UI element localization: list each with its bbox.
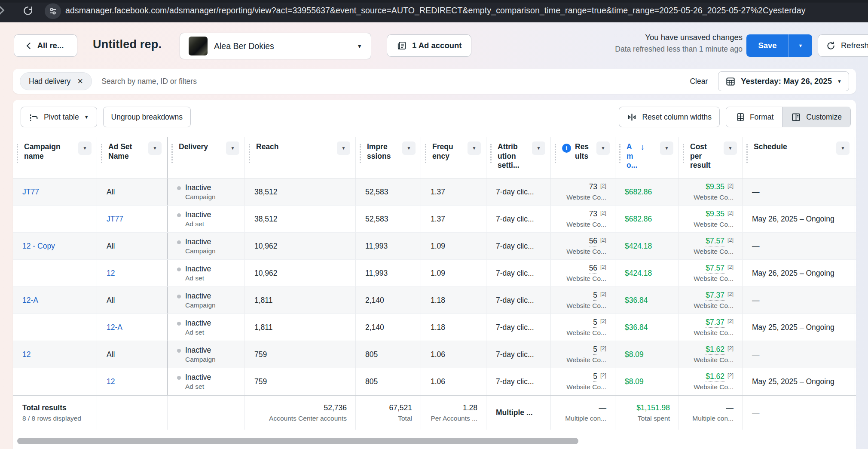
column-menu-button[interactable]: ▼ bbox=[337, 141, 350, 155]
column-header-schedule[interactable]: Schedule▼ bbox=[743, 137, 855, 178]
pivot-table-button[interactable]: Pivot table ▼ bbox=[21, 107, 97, 127]
clear-filters-button[interactable]: Clear bbox=[690, 77, 708, 86]
save-options-button[interactable]: ▼ bbox=[789, 34, 812, 57]
metric-value[interactable]: $1.62 bbox=[706, 372, 724, 382]
drag-handle-icon[interactable] bbox=[101, 144, 102, 163]
metric-subtitle: Website Co... bbox=[566, 329, 606, 337]
column-header-campaign[interactable]: Campaign name▼ bbox=[13, 137, 97, 178]
metric-value[interactable]: 73 bbox=[589, 209, 597, 219]
delivery-status-dot bbox=[177, 376, 181, 380]
metric-value[interactable]: 73 bbox=[589, 182, 597, 192]
metric-badge: [2] bbox=[727, 291, 734, 297]
drag-handle-icon[interactable] bbox=[425, 144, 426, 163]
campaign-name-link[interactable]: 12 - Copy bbox=[22, 242, 55, 251]
column-header-cost[interactable]: Cost per result▼ bbox=[679, 137, 743, 178]
column-header-ad-set[interactable]: Ad Set Name▼ bbox=[97, 137, 168, 178]
column-menu-button[interactable]: ▼ bbox=[468, 141, 481, 155]
campaign-name-link[interactable]: JT77 bbox=[22, 188, 39, 197]
drag-handle-icon[interactable] bbox=[555, 144, 556, 163]
column-menu-button[interactable]: ▼ bbox=[836, 141, 850, 155]
column-header-res[interactable]: iRes ults▼ bbox=[551, 137, 615, 178]
adset-name-link[interactable]: 12 bbox=[107, 377, 115, 386]
column-menu-button[interactable]: ▼ bbox=[532, 141, 545, 155]
info-icon[interactable]: i bbox=[562, 144, 571, 153]
metric-subtitle: Website Co... bbox=[694, 302, 734, 310]
drag-handle-icon[interactable] bbox=[619, 144, 620, 163]
metric-value[interactable]: $7.37 bbox=[706, 318, 724, 328]
delivery-status: Inactive bbox=[185, 319, 211, 328]
metric-value[interactable]: $7.57 bbox=[706, 264, 724, 274]
column-menu-button[interactable]: ▼ bbox=[596, 141, 610, 155]
adset-name-cell: JT77 bbox=[97, 206, 168, 232]
adset-name-link[interactable]: 12-A bbox=[107, 323, 122, 332]
campaign-name-link[interactable]: 12-A bbox=[22, 296, 38, 305]
drag-handle-icon[interactable] bbox=[746, 144, 748, 163]
delivery-status: Inactive bbox=[185, 183, 216, 192]
save-button[interactable]: Save bbox=[746, 34, 789, 57]
delivery-cell: InactiveCampaign bbox=[168, 341, 245, 368]
adset-name-cell: All bbox=[97, 341, 168, 368]
column-header-reach[interactable]: Reach▼ bbox=[245, 137, 356, 178]
metric-value[interactable]: 5 bbox=[593, 345, 597, 355]
metric-value[interactable]: 56 bbox=[589, 264, 597, 274]
metric-value[interactable]: 5 bbox=[593, 372, 597, 382]
address-bar[interactable]: adsmanager.facebook.com/adsmanager/repor… bbox=[65, 6, 806, 15]
campaign-name-link[interactable]: 12 bbox=[22, 350, 31, 359]
account-selector[interactable]: Alea Ber Dokies ▼ bbox=[180, 33, 371, 59]
format-button[interactable]: Format bbox=[726, 107, 782, 127]
metric-value[interactable]: $7.37 bbox=[706, 291, 724, 301]
date-range-button[interactable]: Yesterday: May 26, 2025 ▼ bbox=[718, 71, 849, 91]
customize-button[interactable]: Customize bbox=[782, 107, 850, 127]
reset-column-widths-button[interactable]: Reset column widths bbox=[619, 107, 719, 127]
total-attribution: Multiple ... bbox=[486, 396, 551, 430]
drag-handle-icon[interactable] bbox=[171, 144, 173, 163]
drag-handle-icon[interactable] bbox=[490, 144, 492, 163]
drag-handle-icon[interactable] bbox=[249, 144, 250, 163]
column-menu-button[interactable]: ▼ bbox=[724, 141, 737, 155]
ad-account-icon bbox=[397, 40, 407, 51]
adset-name-link[interactable]: JT77 bbox=[107, 215, 123, 224]
frequency-cell: 1.18 bbox=[421, 314, 486, 341]
column-menu-button[interactable]: ▼ bbox=[148, 141, 162, 155]
horizontal-scrollbar-track[interactable] bbox=[13, 438, 856, 445]
delivery-text: InactiveCampaign bbox=[185, 292, 216, 309]
metric-line: 5[2] bbox=[593, 345, 606, 355]
ungroup-breakdowns-button[interactable]: Ungroup breakdowns bbox=[103, 107, 191, 127]
horizontal-scrollbar-thumb[interactable] bbox=[17, 438, 578, 444]
drag-handle-icon[interactable] bbox=[683, 144, 684, 163]
column-header-a[interactable]: A m o...↓▼ bbox=[615, 137, 679, 178]
column-header-delivery[interactable]: Delivery▼ bbox=[168, 137, 245, 178]
metric-value[interactable]: $1.62 bbox=[706, 345, 724, 355]
column-header-impre[interactable]: Impre ssions▼ bbox=[356, 137, 421, 178]
drag-handle-icon[interactable] bbox=[360, 144, 361, 163]
adset-name-link[interactable]: 12 bbox=[107, 269, 115, 278]
refresh-button[interactable]: Refresh bbox=[818, 34, 868, 57]
ad-account-button[interactable]: 1 Ad account bbox=[387, 34, 471, 57]
search-input[interactable] bbox=[101, 77, 679, 86]
metric-value[interactable]: $7.57 bbox=[706, 237, 724, 246]
drag-handle-icon[interactable] bbox=[17, 144, 18, 163]
column-menu-button[interactable]: ▼ bbox=[402, 141, 416, 155]
page-title: Untitled rep. bbox=[93, 38, 162, 51]
metric-value[interactable]: 5 bbox=[593, 291, 597, 301]
column-header-attrib[interactable]: Attrib ution setti...▼ bbox=[486, 137, 551, 178]
chevron-left-icon bbox=[26, 42, 33, 49]
forward-icon[interactable] bbox=[0, 6, 4, 15]
all-reports-back-button[interactable]: All re... bbox=[14, 34, 77, 57]
filter-chip-had-delivery[interactable]: Had delivery × bbox=[20, 72, 92, 90]
impressions-cell: 11,993 bbox=[356, 233, 421, 259]
column-menu-button[interactable]: ▼ bbox=[78, 141, 92, 155]
close-icon[interactable]: × bbox=[77, 77, 83, 86]
column-header-frequ[interactable]: Frequ ency▼ bbox=[421, 137, 486, 178]
metric-value[interactable]: $9.35 bbox=[706, 209, 724, 219]
site-info-button[interactable] bbox=[45, 3, 61, 19]
column-menu-button[interactable]: ▼ bbox=[226, 141, 239, 155]
campaign-name-cell: 12 bbox=[13, 341, 97, 368]
reload-icon[interactable] bbox=[22, 5, 34, 16]
amount-spent-value: $424.18 bbox=[625, 242, 652, 251]
metric-value[interactable]: $9.35 bbox=[706, 182, 724, 192]
frequency-cell: 1.37 bbox=[421, 206, 486, 232]
metric-value[interactable]: 56 bbox=[589, 237, 597, 246]
metric-value[interactable]: 5 bbox=[593, 318, 597, 328]
column-menu-button[interactable]: ▼ bbox=[660, 141, 673, 155]
